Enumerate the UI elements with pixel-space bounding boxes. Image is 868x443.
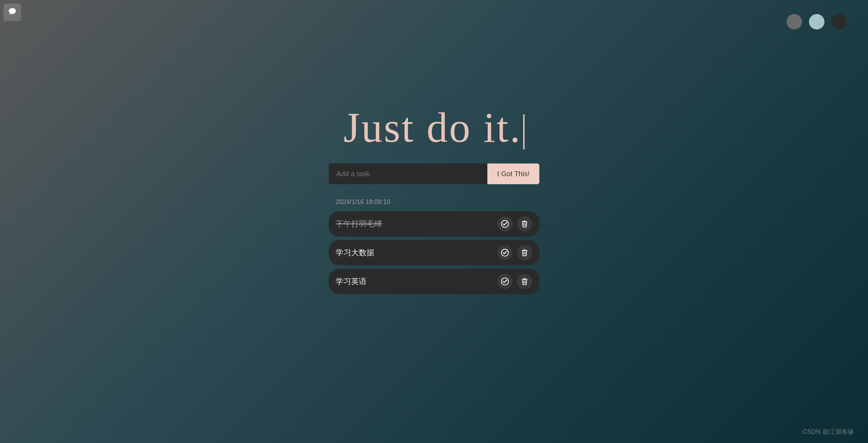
task-item: 学习大数据 (329, 240, 539, 265)
cursor-blink (523, 114, 525, 150)
logo-area (4, 4, 21, 21)
logo-icon (4, 4, 21, 21)
hero-title-text: Just do it. (343, 104, 521, 151)
check-icon-3 (501, 278, 509, 285)
trash-icon-1 (521, 220, 528, 228)
check-icon-2 (501, 249, 509, 257)
task-item: 学习英语 (329, 269, 539, 294)
watermark: CSDN @江湖有缘 (803, 428, 854, 436)
trash-icon-2 (521, 249, 528, 257)
task-delete-button-3[interactable] (517, 274, 532, 289)
logo-svg (7, 7, 18, 18)
theme-light-button[interactable] (809, 14, 824, 29)
task-check-button-1[interactable] (497, 216, 513, 232)
task-check-button-2[interactable] (497, 245, 513, 260)
task-text-1: 下午打羽毛球 (336, 219, 493, 229)
task-delete-button-2[interactable] (517, 245, 532, 260)
hero-title: Just do it. (343, 107, 524, 150)
check-icon-1 (501, 220, 509, 228)
add-task-button[interactable]: I Got This! (487, 164, 539, 184)
trash-icon-3 (521, 278, 528, 285)
input-area: I Got This! (329, 164, 539, 184)
task-list-section: 2024/1/16 18:09:10 下午打羽毛球 (329, 198, 539, 294)
task-text-2: 学习大数据 (336, 247, 493, 258)
task-check-button-3[interactable] (497, 274, 513, 289)
timestamp: 2024/1/16 18:09:10 (336, 198, 390, 206)
theme-dark-button[interactable] (831, 14, 847, 29)
top-right-controls (787, 14, 847, 29)
task-input[interactable] (329, 164, 487, 184)
task-text-3: 学习英语 (336, 276, 493, 287)
main-content: Just do it. I Got This! 2024/1/16 18:09:… (329, 107, 539, 294)
task-delete-button-1[interactable] (517, 216, 532, 232)
theme-gray-button[interactable] (787, 14, 802, 29)
task-item: 下午打羽毛球 (329, 211, 539, 237)
